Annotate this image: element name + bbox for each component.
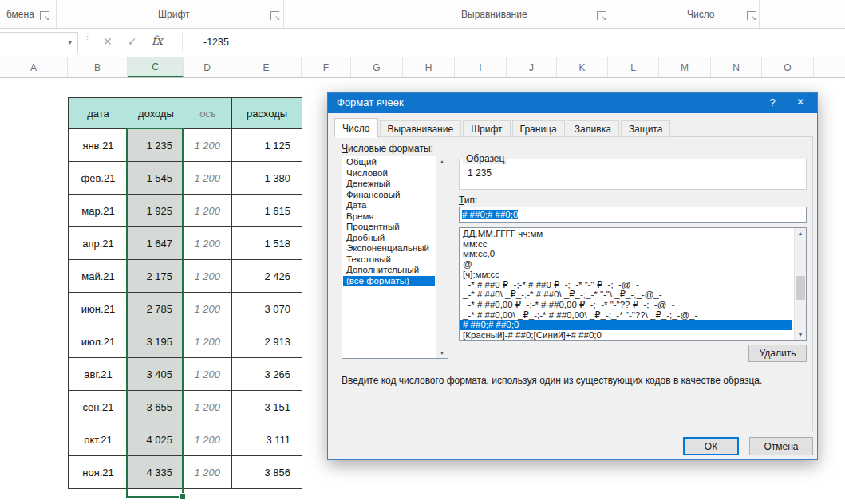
cell[interactable]: 1 200 bbox=[184, 129, 232, 162]
dialog-close-icon[interactable]: ✕ bbox=[788, 93, 812, 113]
cell[interactable]: 1 200 bbox=[184, 391, 232, 423]
category-item[interactable]: Дополнительный bbox=[343, 265, 435, 276]
column-header-C[interactable]: C bbox=[128, 57, 184, 77]
cell[interactable]: 3 405 bbox=[128, 358, 184, 391]
cell[interactable]: 1 200 bbox=[184, 293, 232, 325]
dialog-tab[interactable]: Защита bbox=[621, 120, 671, 137]
cell[interactable]: 1 200 bbox=[184, 358, 232, 391]
category-list[interactable]: ОбщийЧисловойДенежныйФинансовыйДатаВремя… bbox=[342, 156, 448, 359]
name-box[interactable]: ▾ bbox=[0, 32, 78, 53]
formula-bar-splitter-icon[interactable]: ⋮ bbox=[83, 33, 92, 39]
cancel-button[interactable]: Отмена bbox=[749, 437, 813, 455]
column-header-K[interactable]: K bbox=[557, 57, 608, 77]
cell[interactable]: 2 913 bbox=[232, 325, 302, 358]
format-code-item[interactable]: мм:сс,0 bbox=[460, 249, 792, 259]
cell[interactable]: сен.21 bbox=[69, 391, 128, 423]
format-code-item[interactable]: [ч]:мм:сс bbox=[460, 270, 792, 280]
alignment-dialog-launcher-icon[interactable]: ↘ bbox=[597, 11, 606, 20]
column-header-J[interactable]: J bbox=[507, 57, 557, 77]
category-item[interactable]: Экспоненциальный bbox=[343, 243, 435, 254]
cell[interactable]: 1 200 bbox=[184, 260, 232, 293]
cell[interactable]: 3 070 bbox=[232, 293, 302, 325]
column-header-I[interactable]: I bbox=[455, 57, 507, 77]
format-code-list[interactable]: ДД.ММ.ГГГГ чч:мммм:ссмм:сс,0@[ч]:мм:сс_-… bbox=[459, 227, 807, 341]
cell[interactable]: фев.21 bbox=[69, 162, 128, 195]
cell[interactable]: 1 200 bbox=[184, 195, 232, 227]
format-code-item[interactable]: _-* # ##0,00 ₽_-;-* # ##0,00 ₽_-;_-* "-"… bbox=[460, 300, 792, 310]
dialog-tab[interactable]: Шрифт bbox=[463, 120, 510, 137]
insert-function-icon[interactable]: fx bbox=[152, 33, 163, 48]
cell[interactable]: 1 518 bbox=[232, 227, 302, 260]
cell[interactable]: 1 200 bbox=[184, 162, 232, 195]
cell[interactable]: май.21 bbox=[69, 260, 128, 293]
category-item[interactable]: Дата bbox=[343, 200, 435, 211]
column-header-N[interactable]: N bbox=[711, 57, 762, 77]
cell[interactable]: 3 655 bbox=[128, 391, 184, 423]
column-header-D[interactable]: D bbox=[184, 57, 231, 77]
category-item[interactable]: Финансовый bbox=[343, 190, 435, 201]
clipboard-dialog-launcher-icon[interactable]: ↘ bbox=[40, 11, 49, 20]
format-list-scrollbar[interactable]: ▲ ▼ bbox=[794, 228, 806, 340]
dialog-tab[interactable]: Число bbox=[334, 118, 378, 138]
scroll-down-icon[interactable]: ▼ bbox=[436, 348, 448, 358]
dialog-help-icon[interactable]: ? bbox=[761, 93, 784, 113]
column-header-E[interactable]: E bbox=[231, 57, 302, 77]
format-code-item[interactable]: @ bbox=[460, 259, 792, 270]
cell[interactable]: 1 545 bbox=[128, 162, 184, 195]
cell[interactable]: 1 380 bbox=[232, 162, 302, 195]
cell[interactable]: ноя.21 bbox=[69, 456, 128, 489]
column-header-M[interactable]: M bbox=[659, 57, 711, 77]
cell[interactable]: янв.21 bbox=[69, 129, 128, 162]
category-item[interactable]: Дробный bbox=[343, 233, 435, 244]
font-dialog-launcher-icon[interactable]: ↘ bbox=[270, 11, 279, 20]
cell[interactable]: 3 195 bbox=[128, 325, 184, 358]
dialog-titlebar[interactable]: Формат ячеек ? ✕ bbox=[328, 93, 817, 113]
cell[interactable]: авг.21 bbox=[69, 358, 128, 391]
cell[interactable]: июл.21 bbox=[69, 325, 128, 358]
format-code-item[interactable]: _-* # ##0 ₽_-;-* # ##0 ₽_-;_-* "-" ₽_-;_… bbox=[460, 280, 792, 290]
column-header-A[interactable]: A bbox=[0, 57, 68, 77]
cell[interactable]: 3 151 bbox=[232, 391, 302, 423]
format-code-item[interactable]: _-* # ##0,00\ _₽_-;-* # ##0,00\ _₽_-;_-*… bbox=[460, 310, 792, 321]
cell[interactable]: 3 856 bbox=[232, 456, 302, 489]
column-header-B[interactable]: B bbox=[68, 57, 128, 77]
category-item[interactable]: Денежный bbox=[343, 179, 435, 190]
dialog-tab[interactable]: Граница bbox=[512, 120, 565, 137]
cell[interactable]: 2 785 bbox=[128, 293, 184, 325]
scroll-up-icon[interactable]: ▲ bbox=[436, 156, 448, 167]
category-item[interactable]: Время bbox=[343, 211, 435, 222]
column-header-O[interactable]: O bbox=[762, 57, 814, 77]
cell[interactable]: апр.21 bbox=[69, 227, 128, 260]
enter-entry-icon[interactable]: ✓ bbox=[128, 35, 137, 48]
column-header-H[interactable]: H bbox=[403, 57, 455, 77]
cell[interactable]: 1 925 bbox=[128, 195, 184, 227]
format-code-item[interactable]: мм:сс bbox=[460, 239, 792, 250]
cell[interactable]: 3 111 bbox=[232, 423, 302, 456]
dialog-tab[interactable]: Заливка bbox=[567, 120, 619, 137]
cell[interactable]: мар.21 bbox=[69, 195, 128, 227]
category-scrollbar[interactable]: ▲ ▼ bbox=[436, 156, 448, 358]
formula-input[interactable]: -1235 bbox=[203, 37, 229, 48]
cell[interactable]: 1 615 bbox=[232, 195, 302, 227]
category-item[interactable]: Процентный bbox=[343, 222, 435, 233]
cell[interactable]: 2 426 bbox=[232, 260, 302, 293]
scroll-up-icon[interactable]: ▲ bbox=[795, 228, 806, 238]
scroll-down-icon[interactable]: ▼ bbox=[795, 329, 806, 340]
cell[interactable]: 3 266 bbox=[232, 358, 302, 391]
category-item[interactable]: Числовой bbox=[343, 168, 435, 179]
delete-button[interactable]: Удалить bbox=[748, 345, 807, 362]
cell[interactable]: 1 200 bbox=[184, 456, 232, 489]
category-item[interactable]: Текстовый bbox=[343, 254, 435, 266]
number-dialog-launcher-icon[interactable]: ↘ bbox=[747, 11, 756, 20]
cell[interactable]: 4 335 bbox=[128, 456, 184, 489]
cell[interactable]: 1 200 bbox=[184, 227, 232, 260]
category-item[interactable]: (все форматы) bbox=[343, 276, 435, 287]
ok-button[interactable]: ОК bbox=[683, 437, 739, 455]
cell[interactable]: 1 125 bbox=[232, 129, 302, 162]
format-code-item[interactable]: [Красный]-# ##0;[Синий]+# ##0;0 bbox=[460, 330, 792, 341]
format-code-item[interactable]: # ##0;# ##0;0 bbox=[460, 320, 792, 330]
cell[interactable]: 1 235 bbox=[128, 129, 184, 162]
cancel-entry-icon[interactable]: ✕ bbox=[103, 35, 113, 48]
category-item[interactable]: Общий bbox=[343, 157, 435, 168]
format-code-item[interactable]: ДД.ММ.ГГГГ чч:мм bbox=[460, 229, 792, 239]
